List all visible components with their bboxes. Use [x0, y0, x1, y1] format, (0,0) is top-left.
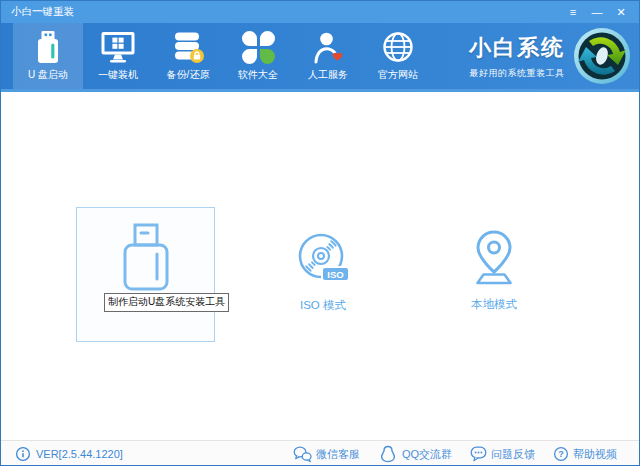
iso-disc-icon: ISO [296, 231, 350, 287]
app-window: 小白一键重装 ≡ — ✕ U 盘启动 [0, 0, 640, 466]
tab-label: 软件大全 [238, 68, 278, 82]
tab-one-key-install[interactable]: 一键装机 [83, 23, 153, 89]
statusbar: VER[2.5.44.1220] 微信客服 QQ交流群 [1, 440, 639, 466]
tab-software-collection[interactable]: 软件大全 [223, 23, 293, 89]
usb-drive-icon [33, 29, 63, 65]
version-info: VER[2.5.44.1220] [15, 446, 123, 462]
help-video-link[interactable]: ? 帮助视频 [553, 445, 617, 463]
usb-mode-tooltip: 制作启动U盘系统安装工具 [104, 293, 229, 312]
usb-flash-outline-icon [111, 222, 181, 298]
tab-label: 备份/还原 [167, 68, 210, 82]
minimize-button[interactable]: — [585, 1, 609, 23]
feedback-link[interactable]: 问题反馈 [470, 445, 535, 463]
link-label: 微信客服 [316, 447, 360, 462]
link-label: 帮助视频 [573, 447, 617, 462]
local-mode-button[interactable]: 本地模式 [434, 228, 554, 312]
window-controls: ≡ — ✕ [561, 1, 633, 23]
brand: 小白系统 最好用的系统重装工具 [469, 27, 631, 85]
tab-human-support[interactable]: 人工服务 [293, 23, 363, 89]
titlebar: 小白一键重装 ≡ — ✕ [1, 1, 639, 23]
feedback-bubble-icon [470, 446, 487, 462]
tab-label: U 盘启动 [28, 68, 68, 82]
main-content: 制作启动U盘系统安装工具 ISO ISO 模式 [1, 92, 639, 440]
tab-label: 官方网站 [378, 68, 418, 82]
info-icon [15, 446, 31, 462]
version-text: VER[2.5.44.1220] [36, 448, 123, 460]
toolbar: U 盘启动 一键装机 [1, 23, 639, 92]
tab-label: 人工服务 [308, 68, 348, 82]
iso-mode-button[interactable]: ISO ISO 模式 [263, 231, 383, 313]
tab-usb-boot[interactable]: U 盘启动 [13, 23, 83, 89]
statusbar-links: 微信客服 QQ交流群 问题反馈 [293, 445, 617, 463]
brand-text: 小白系统 最好用的系统重装工具 [469, 33, 565, 80]
tab-official-website[interactable]: 官方网站 [363, 23, 433, 89]
link-label: QQ交流群 [402, 447, 452, 462]
human-support-icon [313, 29, 343, 65]
help-circle-icon: ? [553, 446, 569, 462]
local-mode-label: 本地模式 [434, 297, 554, 312]
brand-name: 小白系统 [469, 33, 565, 63]
tab-label: 一键装机 [98, 68, 138, 82]
backup-restore-icon [172, 29, 205, 65]
close-button[interactable]: ✕ [609, 1, 633, 23]
iso-mode-label: ISO 模式 [263, 298, 383, 313]
monitor-icon [100, 29, 136, 65]
wechat-icon [293, 446, 312, 462]
globe-icon [381, 29, 415, 65]
link-label: 问题反馈 [491, 447, 535, 462]
qq-icon [378, 445, 398, 463]
svg-text:?: ? [558, 449, 564, 459]
tab-backup-restore[interactable]: 备份/还原 [153, 23, 223, 89]
brand-tagline: 最好用的系统重装工具 [469, 67, 565, 80]
apps-collection-icon [242, 29, 275, 65]
usb-mode-card[interactable] [76, 207, 215, 342]
location-pin-icon [466, 228, 522, 286]
menu-button[interactable]: ≡ [561, 1, 585, 23]
svg-text:ISO: ISO [327, 269, 343, 280]
window-title: 小白一键重装 [11, 5, 74, 19]
qq-group-link[interactable]: QQ交流群 [378, 445, 452, 463]
brand-logo-icon [573, 27, 631, 85]
wechat-support-link[interactable]: 微信客服 [293, 445, 360, 463]
